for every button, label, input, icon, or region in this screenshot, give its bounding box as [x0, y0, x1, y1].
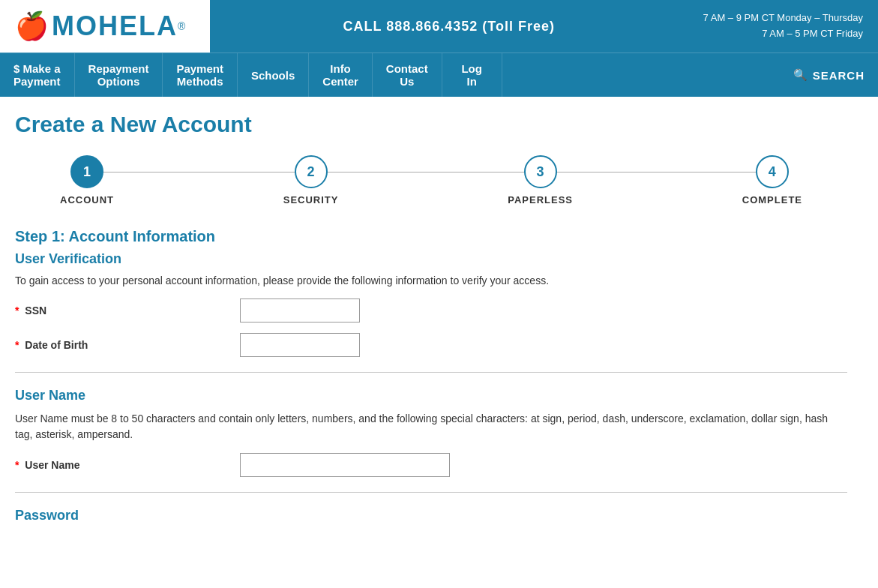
- step-circle-3: 3: [524, 155, 557, 188]
- user-verification-heading: User Verification: [15, 251, 847, 267]
- nav-search[interactable]: 🔍 SEARCH: [780, 53, 878, 97]
- ssn-row: * SSN: [15, 298, 847, 322]
- search-label: SEARCH: [813, 69, 865, 82]
- step-heading: Step 1: Account Information: [15, 228, 847, 245]
- stepper-line: [90, 172, 772, 172]
- ssn-required-star: *: [15, 304, 19, 316]
- step-circle-4: 4: [756, 155, 789, 188]
- nav-contact-us[interactable]: ContactUs: [373, 53, 442, 97]
- dob-label-text: Date of Birth: [25, 339, 88, 351]
- nav-log-in[interactable]: LogIn: [442, 53, 502, 97]
- hours-line1: 7 AM – 9 PM CT Monday – Thursday: [703, 10, 863, 26]
- step-circle-1: 1: [70, 155, 103, 188]
- phone-area: CALL 888.866.4352 (Toll Free): [210, 0, 688, 52]
- divider-1: [15, 372, 847, 373]
- dob-required-star: *: [15, 339, 19, 351]
- nav-make-payment[interactable]: $ Make aPayment: [0, 53, 75, 97]
- username-required-star: *: [15, 459, 19, 471]
- ssn-label-text: SSN: [25, 304, 46, 316]
- top-bar: 🍎 MOHELA ® CALL 888.866.4352 (Toll Free)…: [0, 0, 878, 52]
- hours-line2: 7 AM – 5 PM CT Friday: [762, 26, 863, 42]
- username-row: * User Name: [15, 453, 847, 477]
- ssn-label: * SSN: [15, 304, 240, 316]
- hours-area: 7 AM – 9 PM CT Monday – Thursday 7 AM – …: [688, 0, 878, 52]
- phone-number: CALL 888.866.4352 (Toll Free): [343, 19, 555, 34]
- nav-schools[interactable]: Schools: [238, 53, 309, 97]
- step-3: 3 PAPERLESS: [508, 155, 573, 206]
- search-icon: 🔍: [793, 68, 808, 82]
- main-content: Create a New Account 1 ACCOUNT 2 SECURIT…: [0, 97, 862, 546]
- user-name-heading: User Name: [15, 388, 847, 404]
- logo-text: MOHELA: [52, 10, 178, 42]
- password-heading: Password: [15, 508, 847, 524]
- dob-input[interactable]: [240, 333, 360, 357]
- step-2: 2 SECURITY: [283, 155, 339, 206]
- step-label-3: PAPERLESS: [508, 194, 573, 206]
- divider-2: [15, 492, 847, 493]
- username-label-text: User Name: [25, 459, 79, 471]
- dob-row: * Date of Birth: [15, 333, 847, 357]
- stepper: 1 ACCOUNT 2 SECURITY 3 PAPERLESS 4 COMPL…: [15, 155, 847, 206]
- step-label-1: ACCOUNT: [60, 194, 114, 206]
- username-input[interactable]: [240, 453, 450, 477]
- nav-info-center[interactable]: InfoCenter: [309, 53, 373, 97]
- logo-apple-icon: 🍎: [15, 10, 49, 42]
- logo-area: 🍎 MOHELA ®: [0, 0, 210, 52]
- step-1: 1 ACCOUNT: [60, 155, 114, 206]
- user-verification-description: To gain access to your personal account …: [15, 274, 847, 286]
- step-label-4: COMPLETE: [742, 194, 802, 206]
- dob-label: * Date of Birth: [15, 339, 240, 351]
- step-4: 4 COMPLETE: [742, 155, 802, 206]
- page-title: Create a New Account: [15, 112, 847, 137]
- username-label: * User Name: [15, 459, 240, 471]
- nav-payment-methods[interactable]: PaymentMethods: [163, 53, 238, 97]
- nav-repayment-options[interactable]: RepaymentOptions: [75, 53, 163, 97]
- step-circle-2: 2: [295, 155, 328, 188]
- nav-bar: $ Make aPayment RepaymentOptions Payment…: [0, 52, 878, 97]
- user-name-description: User Name must be 8 to 50 characters and…: [15, 411, 847, 442]
- step-label-2: SECURITY: [283, 194, 339, 206]
- ssn-input[interactable]: [240, 298, 360, 322]
- logo-registered: ®: [178, 20, 185, 32]
